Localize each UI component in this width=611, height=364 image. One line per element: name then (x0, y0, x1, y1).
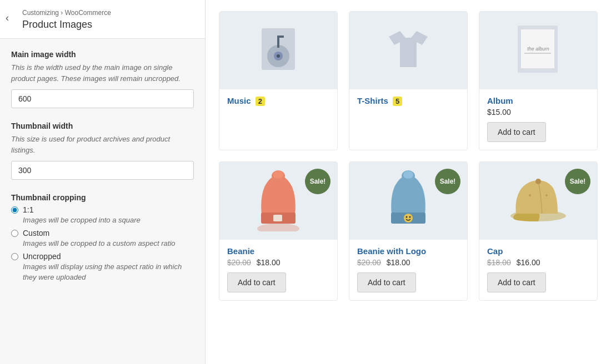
radio-1to1[interactable] (11, 206, 18, 214)
music-image-icon (256, 26, 301, 75)
product-price-beanie-logo: $20.00 $18.00 (357, 258, 459, 267)
radio-uncropped-label[interactable]: Uncropped (23, 252, 194, 261)
thumbnail-cropping-group: Thumbnail cropping 1:1 Images will be cr… (11, 193, 194, 282)
product-name-cap: Cap (487, 246, 589, 256)
product-name-music: Music 2 (227, 96, 329, 105)
new-price-beanie: $18.00 (257, 258, 281, 267)
product-name-beanie: Beanie (227, 246, 329, 256)
sale-badge-cap: Sale! (565, 169, 590, 194)
thumbnail-width-label: Thumbnail width (11, 122, 194, 130)
product-name-tshirts: T-Shirts 5 (357, 96, 459, 105)
new-price-beanie-logo: $18.00 (387, 258, 410, 267)
beanie-logo-image-icon (383, 170, 433, 231)
product-info-beanie-logo: Beanie with Logo $20.00 $18.00 Add to ca… (349, 240, 467, 300)
svg-rect-13 (273, 215, 282, 221)
sidebar-header: ‹ Customizing › WooCommerce Product Imag… (0, 0, 205, 39)
product-info-music: Music 2 (219, 89, 337, 115)
product-image-album: the album (479, 12, 597, 89)
old-price-cap: $18.00 (487, 258, 511, 267)
product-info-tshirts: T-Shirts 5 (349, 89, 467, 115)
music-badge: 2 (256, 97, 265, 106)
svg-point-19 (409, 216, 411, 218)
product-grid: Music 2 T-Shirts 5 (219, 11, 598, 301)
svg-point-18 (406, 216, 408, 218)
radio-1to1-desc: Images will be cropped into a square (23, 215, 141, 225)
add-to-cart-beanie[interactable]: Add to cart (227, 272, 286, 292)
thumbnail-cropping-label: Thumbnail cropping (11, 193, 194, 202)
old-price-beanie-logo: $20.00 (357, 258, 381, 267)
back-button[interactable]: ‹ (6, 12, 9, 24)
product-link-album[interactable]: Album (487, 96, 513, 105)
svg-point-21 (403, 171, 413, 179)
product-price-beanie: $20.00 $18.00 (227, 258, 329, 267)
product-image-beanie-logo: Sale! (349, 162, 467, 240)
sale-badge-beanie-logo: Sale! (435, 169, 460, 194)
product-card-tshirts: T-Shirts 5 (349, 11, 468, 150)
svg-point-15 (273, 171, 283, 179)
product-image-cap: Sale! (479, 162, 597, 240)
sale-badge-beanie: Sale! (305, 169, 330, 194)
product-link-beanie-logo[interactable]: Beanie with Logo (357, 246, 426, 256)
radio-custom[interactable] (11, 230, 18, 237)
main-image-width-input[interactable] (11, 89, 194, 108)
radio-1to1-label[interactable]: 1:1 (23, 205, 141, 214)
svg-marker-6 (389, 31, 428, 67)
thumbnail-width-input[interactable] (11, 161, 194, 180)
svg-point-11 (257, 223, 299, 231)
product-image-music (219, 12, 337, 89)
radio-uncropped-desc: Images will display using the aspect rat… (23, 262, 194, 282)
svg-point-25 (545, 194, 548, 196)
svg-point-23 (535, 179, 541, 184)
beanie-image-icon (253, 170, 303, 231)
radio-custom-desc: Images will be cropped to a custom aspec… (23, 239, 176, 249)
new-price-cap: $16.00 (517, 258, 540, 267)
page-title: Product Images (22, 19, 194, 31)
album-image-icon: the album (513, 23, 563, 78)
product-card-album: the album Album $15.00 Add to cart (479, 11, 598, 150)
main-image-width-label: Main image width (11, 50, 194, 59)
cropping-radio-group: 1:1 Images will be cropped into a square… (11, 205, 194, 282)
radio-custom-label[interactable]: Custom (23, 229, 176, 237)
radio-uncropped[interactable] (11, 253, 18, 260)
add-to-cart-cap[interactable]: Add to cart (487, 272, 546, 292)
thumbnail-width-desc: This size is used for product archives a… (11, 134, 194, 155)
svg-text:the album: the album (527, 46, 549, 52)
product-info-album: Album $15.00 Add to cart (479, 89, 597, 150)
product-info-beanie: Beanie $20.00 $18.00 Add to cart (219, 240, 337, 300)
product-image-tshirts (349, 12, 467, 89)
main-content: Music 2 T-Shirts 5 (206, 0, 611, 364)
product-card-beanie: Sale! Beanie (219, 161, 338, 301)
main-image-width-group: Main image width This is the width used … (11, 50, 194, 108)
add-to-cart-album[interactable]: Add to cart (487, 122, 546, 142)
svg-point-3 (277, 54, 280, 58)
svg-point-17 (404, 214, 413, 223)
product-card-cap: Sale! (479, 161, 598, 301)
thumbnail-width-group: Thumbnail width This size is used for pr… (11, 122, 194, 180)
product-name-beanie-logo: Beanie with Logo (357, 246, 459, 256)
product-info-cap: Cap $18.00 $16.00 Add to cart (479, 240, 597, 300)
product-link-music[interactable]: Music 2 (227, 96, 265, 105)
product-price-cap: $18.00 $16.00 (487, 258, 589, 267)
svg-rect-5 (277, 36, 284, 38)
radio-option-1to1: 1:1 Images will be cropped into a square (11, 205, 194, 225)
svg-point-24 (529, 194, 531, 196)
tshirts-badge: 5 (393, 97, 402, 106)
main-image-width-desc: This is the width used by the main image… (11, 62, 194, 84)
add-to-cart-beanie-logo[interactable]: Add to cart (357, 272, 416, 292)
product-card-music: Music 2 (219, 11, 338, 150)
product-image-beanie: Sale! (219, 162, 337, 240)
old-price-beanie: $20.00 (227, 258, 251, 267)
breadcrumb: Customizing › WooCommerce (22, 9, 194, 17)
tshirts-image-icon (383, 26, 433, 75)
product-link-cap[interactable]: Cap (487, 246, 503, 256)
cap-image-icon (508, 176, 569, 226)
product-name-album: Album (487, 96, 589, 105)
sidebar-content: Main image width This is the width used … (0, 39, 205, 307)
radio-option-uncropped: Uncropped Images will display using the … (11, 252, 194, 282)
radio-option-custom: Custom Images will be cropped to a custo… (11, 229, 194, 249)
product-card-beanie-logo: Sale! Beanie with (349, 161, 468, 301)
sidebar: ‹ Customizing › WooCommerce Product Imag… (0, 0, 206, 364)
product-link-tshirts[interactable]: T-Shirts 5 (357, 96, 402, 105)
product-link-beanie[interactable]: Beanie (227, 246, 254, 256)
product-price-album: $15.00 (487, 108, 589, 117)
